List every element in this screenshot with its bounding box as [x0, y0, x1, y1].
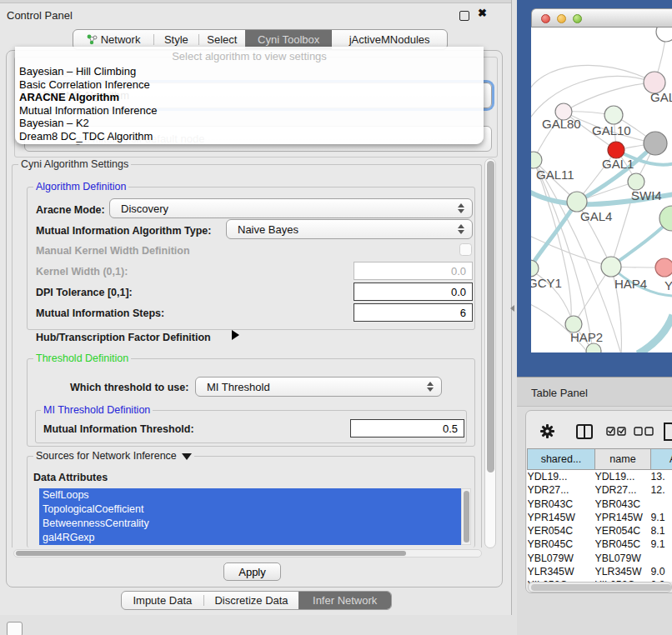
collapsed-panel-icon[interactable]: [7, 622, 23, 635]
columns-icon[interactable]: [576, 424, 593, 439]
bottom-tabbar: Impute DataDiscretize DataInfer Network: [121, 591, 392, 610]
network-node[interactable]: [531, 152, 542, 168]
table-row[interactable]: YLR345WYLR345W9.0: [528, 565, 672, 578]
popup-item[interactable]: Mutual Information Inference: [15, 104, 484, 118]
algorithm-dropdown-popup: Select algorithm to view settings Bayesi…: [15, 47, 484, 144]
close-icon[interactable]: ✖: [478, 7, 487, 19]
table-panel-header: Table Panel: [517, 377, 672, 407]
threshold-definition-title: Threshold Definition: [33, 352, 131, 364]
node-label: GAL1: [602, 157, 634, 171]
attribute-item[interactable]: SelfLoops: [39, 488, 461, 502]
popup-prompt: Select algorithm to view settings: [15, 49, 484, 65]
column-header-3[interactable]: Avera...: [651, 449, 672, 470]
data-attributes-label: Data Attributes: [33, 472, 108, 483]
network-node[interactable]: [604, 106, 623, 124]
attributes-scrollbar[interactable]: [461, 488, 471, 545]
popup-item[interactable]: ARACNE Algorithm: [15, 91, 484, 104]
dpi-tolerance-input[interactable]: 0.0: [354, 282, 473, 301]
node-label: GAL4: [580, 209, 612, 223]
node-label: Y: [664, 278, 672, 292]
column-header-1[interactable]: shared...: [528, 449, 595, 470]
attribute-item[interactable]: BetweennessCentrality: [39, 517, 461, 531]
node-label: HAP2: [570, 330, 603, 344]
data-attributes-list[interactable]: SelfLoopsTopologicalCoefficientBetweenne…: [39, 488, 461, 545]
network-node[interactable]: [655, 258, 672, 277]
network-window-titlebar[interactable]: [531, 8, 672, 28]
network-edge: [531, 65, 654, 94]
table-row[interactable]: YBL079WYBL079W: [528, 552, 672, 565]
attribute-item[interactable]: gal4RGexp: [39, 531, 461, 545]
settings-horizontal-scrollbar[interactable]: [13, 549, 482, 558]
network-node[interactable]: [628, 173, 644, 190]
aracne-mode-label: Aracne Mode:: [36, 204, 105, 216]
expand-arrow-icon[interactable]: [232, 330, 239, 340]
collapse-arrow-icon[interactable]: [182, 453, 192, 460]
panel-divider-arrow[interactable]: [510, 305, 514, 312]
which-threshold-select[interactable]: MI Threshold: [195, 377, 442, 397]
mi-threshold-title: MI Threshold Definition: [41, 404, 153, 416]
popup-item-list: Bayesian – Hill ClimbingBasic Correlatio…: [15, 65, 484, 143]
popup-item[interactable]: Basic Correlation Inference: [15, 78, 484, 92]
node-label: GAL7: [650, 90, 672, 104]
network-edge-highlighted: [638, 315, 672, 352]
settings-vertical-scrollbar[interactable]: [484, 158, 496, 548]
control-panel-title: Control Panel: [7, 9, 73, 22]
gear-icon[interactable]: [540, 424, 554, 438]
bottom-tab-discretize-data[interactable]: Discretize Data: [204, 592, 299, 609]
hide-columns-icon[interactable]: [634, 427, 654, 436]
bottom-tab-impute-data[interactable]: Impute Data: [122, 592, 203, 609]
kernel-width-input[interactable]: 0.0: [354, 262, 473, 280]
mi-type-label: Mutual Information Algorithm Type:: [36, 225, 211, 237]
float-window-icon[interactable]: [459, 11, 469, 21]
node-table: shared...nameAvera... YDL19...YDL19...13…: [527, 448, 672, 592]
network-node[interactable]: [644, 132, 667, 155]
mi-type-value: Naive Bayes: [227, 223, 298, 236]
manual-kernel-label: Manual Kernel Width Definition: [36, 245, 190, 257]
document-icon[interactable]: [663, 422, 672, 442]
zoom-traffic-light[interactable]: [573, 14, 582, 23]
mi-steps-input[interactable]: 6: [354, 303, 473, 322]
table-row[interactable]: YBR045CYBR045C9.1: [528, 538, 672, 551]
mi-steps-label: Mutual Information Steps:: [36, 308, 164, 319]
aracne-mode-value: Discovery: [110, 202, 168, 215]
network-canvas[interactable]: GAL7GAL80GAL10GAL1GAL11SWI4GAL4GCY1HAP4Y…: [531, 28, 672, 352]
popup-item[interactable]: Bayesian – Hill Climbing: [15, 65, 484, 78]
apply-button[interactable]: Apply: [223, 562, 281, 581]
table-row[interactable]: YER054CYER054C8.1: [528, 524, 672, 538]
which-threshold-value: MI Threshold: [196, 381, 270, 393]
window-top-strip: [0, 0, 511, 3]
cyni-settings-title: Cyni Algorithm Settings: [18, 158, 131, 170]
node-label: HAP4: [614, 277, 647, 291]
network-node[interactable]: [656, 28, 672, 42]
hub-definition-label[interactable]: Hub/Transcription Factor Definition: [36, 332, 211, 343]
node-label: SWI4: [631, 188, 662, 202]
show-columns-icon[interactable]: [606, 427, 626, 436]
sources-title: Sources for Network Inference: [33, 450, 194, 462]
control-panel-window: Control Panel ✖ NetworkStyleSelectCyni T…: [0, 0, 512, 615]
table-horizontal-scrollbar[interactable]: [528, 582, 672, 592]
close-traffic-light[interactable]: [541, 14, 550, 23]
table-row[interactable]: YDR27...YDR27...12.: [528, 483, 672, 497]
column-header-2[interactable]: name: [595, 449, 651, 470]
network-edge-highlighted: [531, 202, 577, 269]
manual-kernel-checkbox[interactable]: [459, 243, 472, 256]
network-node[interactable]: [601, 257, 621, 277]
table-row[interactable]: YBR043CYBR043C: [528, 498, 672, 511]
mi-threshold-input[interactable]: 0.5: [350, 419, 464, 438]
table-panel-title: Table Panel: [531, 387, 588, 399]
mi-threshold-label: Mutual Information Threshold:: [43, 423, 194, 435]
mi-type-select[interactable]: Naive Bayes: [226, 219, 473, 239]
bottom-tab-infer-network[interactable]: Infer Network: [298, 592, 391, 609]
popup-item[interactable]: Bayesian – K2: [15, 117, 484, 130]
popup-item[interactable]: Dream8 DC_TDC Algorithm: [15, 130, 484, 143]
stepper-icon: [458, 224, 464, 234]
aracne-mode-select[interactable]: Discovery: [109, 198, 473, 218]
node-label: GAL11: [536, 168, 574, 182]
table-row[interactable]: YPR145WYPR145W9.1: [528, 511, 672, 524]
minimize-traffic-light[interactable]: [557, 14, 566, 23]
table-row[interactable]: YDL19...YDL19...13.: [528, 470, 672, 484]
stepper-icon: [458, 203, 464, 213]
network-node[interactable]: [608, 142, 624, 158]
attribute-item[interactable]: TopologicalCoefficient: [39, 502, 461, 517]
which-threshold-label: Which threshold to use:: [70, 382, 188, 393]
